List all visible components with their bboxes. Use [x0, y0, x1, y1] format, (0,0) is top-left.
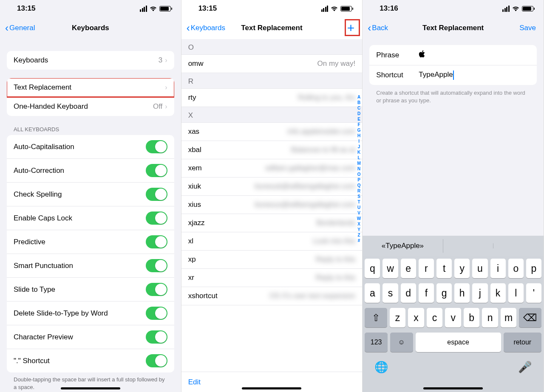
back-button[interactable]: ‹ General — [3, 21, 37, 35]
back-button[interactable]: ‹ Keyboards — [185, 21, 227, 35]
key-a[interactable]: a — [365, 283, 380, 303]
key-n[interactable]: n — [482, 308, 498, 327]
key-m[interactable]: m — [501, 308, 517, 327]
suggestion-slot[interactable] — [493, 243, 544, 248]
globe-icon[interactable]: 🌐 — [374, 361, 388, 374]
toggle-switch[interactable] — [146, 307, 167, 320]
toggle-switch[interactable] — [146, 164, 167, 177]
save-button[interactable]: Save — [515, 22, 540, 34]
key-t[interactable]: t — [436, 259, 452, 278]
replacement-row[interactable]: xlLook into this — [181, 232, 363, 251]
shortcut-value[interactable]: TypeApple — [419, 71, 530, 80]
phrase-value: Rolling to you, thx — [235, 93, 356, 102]
key-h[interactable]: h — [454, 283, 470, 303]
home-indicator[interactable] — [423, 387, 483, 389]
add-button[interactable]: + — [343, 20, 359, 36]
key-o[interactable]: o — [508, 259, 524, 278]
replacement-row[interactable]: xiusitunesus@williamgallagher.com — [181, 196, 363, 214]
phrase-row[interactable]: Phrase — [369, 45, 537, 65]
replacement-row[interactable]: xpReply to this — [181, 251, 363, 269]
suggestion-bar[interactable]: «TypeApple» — [363, 236, 544, 256]
toggle-switch[interactable] — [146, 212, 167, 225]
keyboard[interactable]: «TypeApple» qwertyuiop asdfghjkl' ⇧zxcvb… — [363, 236, 544, 392]
suggestion-slot[interactable] — [443, 243, 494, 248]
row-detail: Off — [153, 102, 162, 111]
toggle-switch[interactable] — [146, 188, 167, 201]
key-x[interactable]: x — [408, 308, 424, 327]
replacement-row[interactable]: xiukitunesuk@williamgallagher.com — [181, 178, 363, 196]
toggle-switch[interactable] — [146, 354, 167, 367]
battery-icon — [340, 6, 352, 11]
key-d[interactable]: d — [401, 283, 416, 303]
key-c[interactable]: c — [427, 308, 443, 327]
text-group: Text Replacement › One-Handed Keyboard O… — [7, 78, 174, 116]
nav-bar: ‹ General Keyboards — [0, 17, 181, 39]
replacement-list[interactable]: OomwOn my way!RrtyRolling to you, thxXxa… — [181, 39, 363, 372]
toggle-row[interactable]: Delete Slide-to-Type by Word — [7, 302, 174, 325]
key-p[interactable]: p — [526, 259, 541, 278]
replacement-row[interactable]: xbalBalances to fill as at — [181, 141, 363, 159]
key-delete[interactable]: ⌫ — [519, 308, 541, 327]
key-g[interactable]: g — [436, 283, 452, 303]
suggestion-verbatim[interactable]: «TypeApple» — [363, 239, 443, 253]
key-i[interactable]: i — [490, 259, 506, 278]
key-'[interactable]: ' — [526, 283, 541, 303]
replacement-row[interactable]: xasinfo.appleinsider.com — [181, 123, 363, 141]
replacement-row[interactable]: rtyRolling to you, thx — [181, 89, 363, 107]
toggle-switch[interactable] — [146, 235, 167, 248]
toggle-row[interactable]: "." Shortcut — [7, 349, 174, 372]
replacement-row[interactable]: xshortcutOS X's own text expansion — [181, 287, 363, 305]
key-space[interactable]: espace — [416, 333, 501, 352]
toggle-switch[interactable] — [146, 140, 167, 153]
key-return[interactable]: retour — [504, 333, 541, 352]
form-group: Phrase Shortcut TypeApple — [369, 45, 537, 85]
toggle-row[interactable]: Smart Punctuation — [7, 254, 174, 278]
key-u[interactable]: u — [472, 259, 487, 278]
key-r[interactable]: r — [419, 259, 434, 278]
mic-icon[interactable]: 🎤 — [518, 361, 532, 374]
key-shift[interactable]: ⇧ — [365, 308, 387, 327]
replacement-row[interactable]: xrReply to this — [181, 269, 363, 287]
toggle-row[interactable]: Auto-Correction — [7, 159, 174, 183]
replacement-row[interactable]: omwOn my way! — [181, 55, 363, 73]
toggle-switch[interactable] — [146, 330, 167, 344]
screenshot-text-replacement-edit: 13:16 ‹ Back Text Replacement Save Phras… — [363, 0, 544, 392]
key-123[interactable]: 123 — [365, 333, 388, 352]
key-emoji[interactable]: ☺ — [390, 333, 413, 352]
shortcut-label: Shortcut — [376, 71, 419, 79]
keyboards-row[interactable]: Keyboards 3 › — [7, 51, 174, 70]
toggle-switch[interactable] — [146, 283, 167, 296]
text-replacement-row[interactable]: Text Replacement › — [7, 78, 174, 97]
shortcut-row[interactable]: Shortcut TypeApple — [369, 65, 537, 85]
replacement-row[interactable]: xemwilliam.gallagher@mac.com — [181, 159, 363, 178]
key-s[interactable]: s — [382, 283, 398, 303]
key-l[interactable]: l — [508, 283, 524, 303]
toggle-row[interactable]: Enable Caps Lock — [7, 206, 174, 230]
back-button[interactable]: ‹ Back — [366, 21, 390, 35]
home-indicator[interactable] — [61, 387, 120, 389]
toggle-row[interactable]: Character Preview — [7, 325, 174, 349]
status-icons — [321, 6, 352, 12]
edit-button[interactable]: Edit — [188, 378, 201, 386]
toggle-switch[interactable] — [146, 259, 167, 272]
key-e[interactable]: e — [401, 259, 416, 278]
toggle-row[interactable]: Slide to Type — [7, 278, 174, 302]
home-indicator[interactable] — [242, 387, 301, 389]
wifi-icon — [150, 6, 157, 11]
toggle-row[interactable]: Predictive — [7, 230, 174, 254]
key-b[interactable]: b — [464, 308, 480, 327]
toggle-row[interactable]: Auto-Capitalisation — [7, 135, 174, 159]
key-f[interactable]: f — [419, 283, 434, 303]
key-k[interactable]: k — [490, 283, 506, 303]
key-w[interactable]: w — [382, 259, 398, 278]
key-z[interactable]: z — [390, 308, 406, 327]
phrase-value[interactable] — [419, 50, 530, 60]
key-y[interactable]: y — [454, 259, 470, 278]
toggle-row[interactable]: Check Spelling — [7, 183, 174, 206]
one-handed-row[interactable]: One-Handed Keyboard Off › — [7, 97, 174, 116]
key-q[interactable]: q — [365, 259, 380, 278]
key-v[interactable]: v — [445, 308, 461, 327]
key-j[interactable]: j — [472, 283, 487, 303]
replacement-row[interactable]: xjazzBorderlands — [181, 214, 363, 232]
alpha-index[interactable]: ABCDEFGHIJKLMNOPQRSTUVWXYZ# — [357, 94, 361, 243]
